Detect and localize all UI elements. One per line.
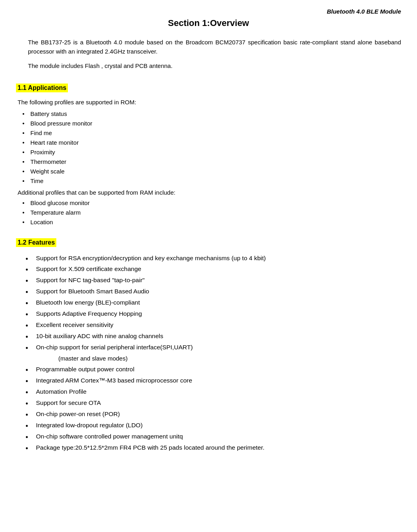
header-right-text: Bluetooth 4.0 BLE Module <box>16 8 401 15</box>
list-item: Location <box>16 217 401 227</box>
list-item: Support for RSA encryption/decryption an… <box>16 253 401 264</box>
list-item: Bluetooth low energy (BLE)-compliant <box>16 297 401 308</box>
list-item: Support for Bluetooth Smart Based Audio <box>16 286 401 297</box>
rom-profiles-list: Battery status Blood pressure monitor Fi… <box>16 109 401 186</box>
features-list: Support for RSA encryption/decryption an… <box>16 253 401 453</box>
intro-paragraph-2: The module includes Flash , crystal and … <box>28 62 401 71</box>
list-item: Programmable output power control <box>16 364 401 375</box>
list-item: Proximity <box>16 147 401 157</box>
list-item: Time <box>16 176 401 186</box>
rom-profiles-intro: The following profiles are supported in … <box>18 98 401 107</box>
list-item: Blood pressure monitor <box>16 119 401 128</box>
ram-profiles-list: Blood glucose monitor Temperature alarm … <box>16 198 401 227</box>
list-item: Integrated low-dropout regulator (LDO) <box>16 420 401 431</box>
ram-profiles-intro: Additional profiles that can be supporte… <box>18 188 401 197</box>
list-item: Excellent receiver sensitivity <box>16 319 401 331</box>
section-1-1-heading-container: 1.1 Applications <box>16 76 401 96</box>
section-1-2-heading-container: 1.2 Features <box>16 231 401 250</box>
list-item: Heart rate monitor <box>16 138 401 147</box>
list-item: Package type:20.5*12.5*2mm FR4 PCB with … <box>16 442 401 453</box>
page-title: Section 1:Overview <box>16 18 401 28</box>
section-1-1-heading: 1.1 Applications <box>16 84 68 92</box>
list-item: Find me <box>16 128 401 138</box>
list-item: Weight scale <box>16 167 401 176</box>
list-item: Thermometer <box>16 157 401 167</box>
list-item: Support for secure OTA <box>16 397 401 408</box>
list-item: Integrated ARM Cortex™-M3 based micropro… <box>16 375 401 386</box>
section-1-2-heading: 1.2 Features <box>16 238 56 247</box>
intro-paragraph-1: The BB1737-25 is a Bluetooth 4.0 module … <box>28 38 401 56</box>
list-item: On-chip software controlled power manage… <box>16 431 401 442</box>
list-item: Battery status <box>16 109 401 119</box>
list-item: Supports Adaptive Frequency Hopping <box>16 308 401 319</box>
list-item: Temperature alarm <box>16 208 401 217</box>
list-item: On-chip power-on reset (POR) <box>16 408 401 420</box>
list-item: Support for NFC tag-based "tap-to-pair" <box>16 275 401 286</box>
list-item: Automation Profile <box>16 386 401 397</box>
list-item-spi: On-chip support for serial peripheral in… <box>16 342 401 364</box>
list-item: Support for X.509 certificate exchange <box>16 263 401 275</box>
list-item: 10-bit auxiliary ADC with nine analog ch… <box>16 331 401 342</box>
list-item: Blood glucose monitor <box>16 198 401 208</box>
